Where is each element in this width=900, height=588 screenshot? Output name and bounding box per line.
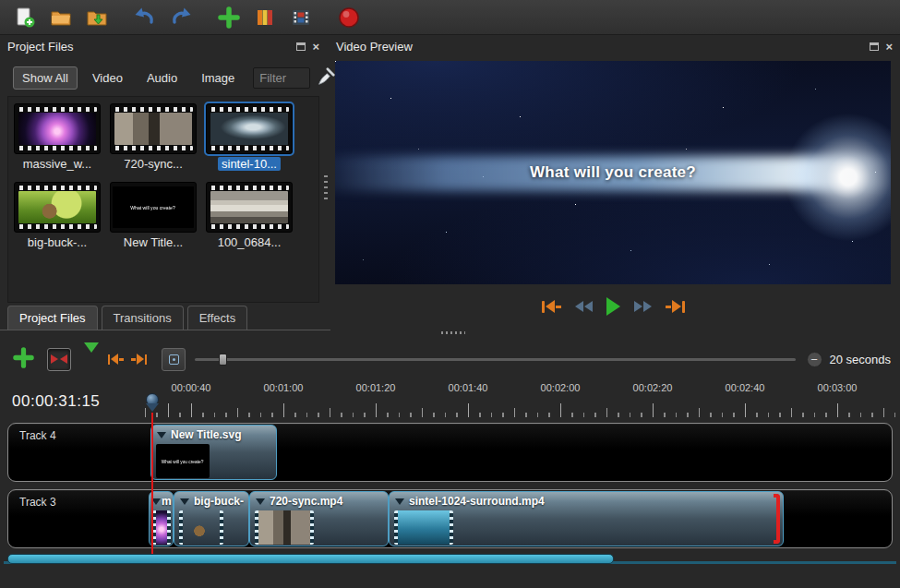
clip-new-title[interactable]: New Title.svg What will you create? (150, 425, 277, 480)
ruler-mark: 00:02:00 (541, 382, 581, 393)
panel-divider (0, 330, 330, 330)
center-on-playhead-button[interactable] (162, 348, 186, 371)
undock-icon[interactable] (296, 40, 306, 54)
zoom-slider-handle[interactable] (219, 354, 227, 366)
close-icon[interactable]: × (312, 41, 319, 53)
jump-to-start-button[interactable] (542, 300, 561, 313)
vertical-splitter-handle[interactable] (324, 175, 328, 203)
center-icon (169, 354, 179, 365)
close-icon[interactable]: × (885, 41, 893, 53)
media-thumbnail (14, 182, 101, 233)
undo-button[interactable] (129, 4, 161, 31)
filter-image-button[interactable]: Image (192, 66, 244, 90)
next-marker-icon (137, 354, 144, 365)
horizontal-splitter-handle[interactable] (441, 331, 465, 334)
media-item-massive[interactable]: massive_w... (14, 103, 101, 171)
plus-icon (218, 6, 240, 29)
media-item-big-buck[interactable]: big-buck-... (14, 182, 101, 249)
openshot-window: Project Files × Video Preview × Show All… (0, 0, 900, 588)
broom-icon (316, 66, 336, 87)
filter-input[interactable] (253, 67, 310, 89)
dock-controls: × (870, 40, 893, 54)
tab-transitions[interactable]: Transitions (102, 306, 184, 330)
filter-show-all-button[interactable]: Show All (13, 66, 78, 90)
fast-forward-button[interactable] (634, 301, 652, 312)
redo-button[interactable] (165, 4, 197, 31)
media-label: sintel-10... (206, 157, 293, 171)
export-video-button[interactable] (285, 4, 317, 31)
media-label: 100_0684... (206, 235, 293, 249)
media-item-sintel[interactable]: sintel-10... (206, 103, 293, 171)
clip-720-sync[interactable]: 720-sync.mp4 (249, 491, 389, 546)
scrollbar-thumb[interactable] (7, 554, 614, 564)
trim-edge-indicator[interactable] (774, 494, 780, 544)
add-marker-button[interactable] (84, 353, 99, 366)
previous-marker-button[interactable] (108, 354, 124, 365)
timeline-toolbar: − 20 seconds (0, 343, 900, 375)
chevron-down-icon[interactable] (256, 498, 265, 505)
previous-marker-icon (111, 354, 118, 365)
media-thumbnail: What will you create? (110, 182, 197, 233)
ruler-mark: 00:02:20 (633, 382, 673, 393)
chevron-down-icon[interactable] (180, 498, 189, 505)
media-item-100-0684[interactable]: 100_0684... (206, 182, 293, 249)
clip-thumbnail (255, 510, 314, 545)
ruler-mark: 00:02:40 (726, 382, 765, 393)
zoom-slider[interactable] (195, 358, 796, 361)
add-track-button[interactable] (13, 347, 34, 371)
starfield (335, 61, 336, 62)
chevron-down-icon[interactable] (157, 432, 166, 438)
video-preview-title: Video Preview (336, 40, 413, 54)
snapping-toggle-button[interactable] (47, 348, 71, 371)
ruler-mark: 00:00:40 (172, 382, 211, 393)
chevron-down-icon[interactable] (395, 498, 404, 505)
next-marker-button[interactable] (131, 354, 147, 365)
track-name: Track 4 (19, 429, 56, 442)
dock-controls: × (296, 40, 319, 54)
save-project-button[interactable] (81, 4, 113, 31)
record-button[interactable] (333, 4, 365, 31)
play-icon (606, 297, 620, 316)
play-button[interactable] (606, 297, 620, 316)
video-preview-header: Video Preview × (336, 38, 893, 54)
plus-icon (13, 347, 34, 368)
clip-big-buck[interactable]: big-buck- (174, 491, 249, 546)
clip-thumbnail (394, 510, 453, 545)
clip-sintel[interactable]: sintel-1024-surround.mp4 (389, 491, 784, 546)
clip-thumbnail: What will you create? (156, 444, 210, 478)
clear-filter-button[interactable] (316, 66, 336, 90)
filter-audio-button[interactable]: Audio (138, 66, 186, 90)
new-project-button[interactable] (9, 4, 41, 31)
media-thumbnail (14, 103, 101, 154)
undo-icon (134, 6, 156, 29)
ruler-mark: 00:01:40 (449, 382, 488, 393)
media-thumbnail (206, 182, 293, 233)
tab-effects[interactable]: Effects (187, 306, 248, 330)
jump-start-icon (546, 300, 555, 313)
left-panel-tabs: Project Files Transitions Effects (7, 306, 247, 330)
open-project-button[interactable] (45, 4, 77, 31)
jump-to-end-button[interactable] (666, 300, 685, 313)
media-label: 720-sync... (110, 157, 197, 171)
import-files-button[interactable] (213, 4, 245, 31)
playhead-handle[interactable] (146, 393, 159, 412)
timeline-ruler[interactable]: 00:00:40 00:01:00 00:01:20 00:01:40 00:0… (138, 377, 900, 420)
undock-icon[interactable] (870, 40, 879, 54)
choose-profile-button[interactable] (249, 4, 281, 31)
project-files-header: Project Files × (7, 38, 319, 54)
rewind-button[interactable] (575, 301, 593, 312)
track-3[interactable]: Track 3 m big-buck- 720-sync.mp4 sintel-… (7, 489, 893, 548)
filter-video-button[interactable]: Video (83, 66, 132, 90)
ruler-mark: 00:01:00 (264, 382, 304, 393)
media-item-720-sync[interactable]: 720-sync... (110, 103, 197, 171)
video-overlay-text: What will you create? (335, 163, 891, 182)
clip-label: sintel-1024-surround.mp4 (409, 495, 545, 508)
zoom-out-button[interactable]: − (807, 352, 822, 367)
media-item-new-title[interactable]: What will you create? New Title... (110, 182, 197, 249)
tab-project-files[interactable]: Project Files (7, 306, 98, 330)
save-icon (86, 6, 108, 29)
track-4[interactable]: Track 4 New Title.svg What will you crea… (7, 423, 893, 482)
track-name: Track 3 (19, 496, 56, 509)
video-preview-display: What will you create? (335, 61, 891, 284)
rewind-icon (575, 301, 583, 312)
